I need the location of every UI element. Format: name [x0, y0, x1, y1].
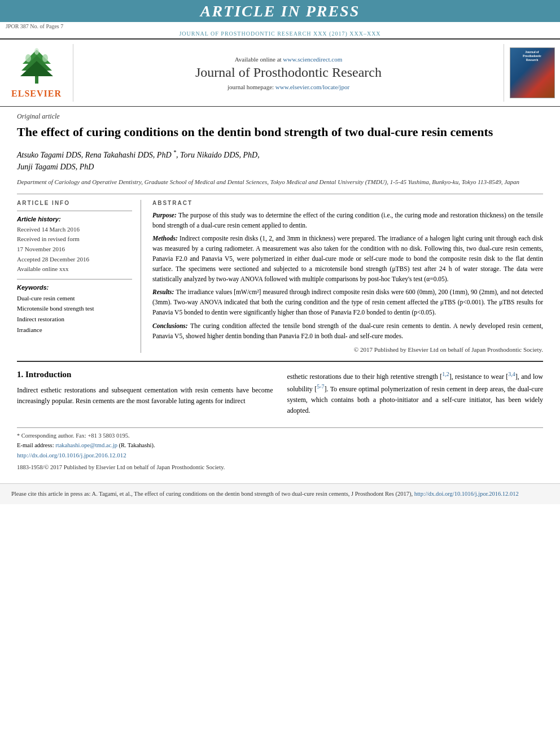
purpose-label: Purpose:: [152, 212, 178, 219]
intro-number: 1.: [17, 370, 23, 379]
abstract-header: ABSTRACT: [152, 200, 543, 206]
intro-right-col: esthetic restorations due to their high …: [287, 370, 544, 417]
keyword-4: Irradiance: [17, 325, 132, 335]
accepted-date: Accepted 28 December 2016: [17, 256, 89, 263]
elsevier-logo-area: ELSEVIER: [0, 44, 73, 102]
abstract-methods: Methods: Indirect composite resin disks …: [152, 234, 543, 284]
journal-cover-thumbnail: Journal ofProsthodonticResearch: [504, 44, 560, 102]
section-divider: [17, 361, 543, 362]
author-email[interactable]: rtakahashi.ope@tmd.ac.jp: [55, 442, 117, 448]
ref-1[interactable]: 1,2: [442, 371, 449, 377]
keyword-2: Microtensile bond strength test: [17, 303, 132, 314]
intro-heading: 1. Introduction: [17, 370, 273, 379]
cover-image: Journal ofProsthodonticResearch: [510, 47, 555, 98]
citation-text: Please cite this article in press as: A.…: [11, 491, 413, 497]
article-title: The effect of curing conditions on the d…: [17, 124, 543, 141]
ref-2[interactable]: 3,4: [508, 371, 515, 377]
keywords-list: Dual-cure resin cement Microtensile bond…: [17, 293, 132, 335]
intro-left-text: Indirect esthetic restorations and subse…: [17, 385, 273, 407]
email-attribution: (R. Takahashi).: [119, 442, 155, 448]
doi-link[interactable]: http://dx.doi.org/10.1016/j.jpor.2016.12…: [17, 452, 126, 458]
corr-symbol: *: [17, 433, 20, 439]
elsevier-tree-icon: [11, 47, 62, 86]
corr-text: Corresponding author. Fax: +81 3 5803 01…: [21, 433, 130, 439]
conclusions-text: The curing condition affected the tensil…: [152, 322, 543, 339]
info-abstract-layout: ARTICLE INFO Article history: Received 1…: [17, 194, 543, 353]
affiliation-text: Department of Cariology and Operative De…: [17, 177, 543, 187]
article-history: Received 14 March 2016 Received in revis…: [17, 225, 132, 274]
available-online-text: Available online at www.sciencedirect.co…: [235, 56, 343, 63]
email-note: E-mail address: rtakahashi.ope@tmd.ac.jp…: [17, 441, 543, 451]
svg-point-4: [25, 54, 31, 62]
abstract-text: Purpose: The purpose of this study was t…: [152, 211, 543, 342]
citation-doi-link[interactable]: http://dx.doi.org/10.1016/j.jpor.2016.12…: [414, 491, 519, 497]
header-center: Available online at www.sciencedirect.co…: [73, 44, 504, 102]
svg-point-5: [42, 54, 48, 62]
journal-header: ELSEVIER Available online at www.science…: [0, 38, 560, 107]
intro-title-text: Introduction: [25, 370, 71, 379]
results-label: Results:: [152, 289, 176, 295]
methods-label: Methods:: [152, 235, 180, 242]
ref-3[interactable]: 5-7: [317, 383, 324, 390]
abstract-results: Results: The irradiance values [mW/cm²] …: [152, 287, 543, 317]
methods-text: Indirect composite resin disks (1, 2, an…: [152, 235, 543, 282]
received-1: Received 14 March 2016: [17, 226, 80, 233]
intro-left-col: 1. Introduction Indirect esthetic restor…: [17, 370, 273, 417]
journal-meta-left: JPOR 387 No. of Pages 7: [6, 23, 63, 29]
left-divider-2: [17, 279, 132, 279]
history-label: Article history:: [17, 216, 132, 222]
article-type-label: Original article: [17, 112, 543, 121]
article-info-column: ARTICLE INFO Article history: Received 1…: [17, 200, 141, 353]
introduction-layout: 1. Introduction Indirect esthetic restor…: [17, 370, 543, 417]
issn-line: 1883-1958/© 2017 Published by Elsevier L…: [17, 463, 543, 473]
intro-right-text: esthetic restorations due to their high …: [287, 370, 544, 417]
available-online: Available online xxx: [17, 265, 68, 272]
results-text: The irradiance values [mW/cm²] measured …: [152, 289, 543, 316]
journal-homepage-text: journal homepage: www.elsevier.com/locat…: [228, 84, 349, 90]
footer-notes: * Corresponding author. Fax: +81 3 5803 …: [17, 427, 543, 472]
svg-point-6: [34, 48, 39, 55]
abstract-conclusions: Conclusions: The curing condition affect…: [152, 321, 543, 342]
keyword-3: Indirect restoration: [17, 314, 132, 325]
journal-subtitle: Journal of Prosthodontic Research xxx (2…: [179, 30, 380, 37]
authors-line: Atsuko Tagami DDS, Rena Takahashi DDS, P…: [17, 148, 543, 173]
journal-homepage-link[interactable]: www.elsevier.com/locate/jpor: [275, 84, 349, 90]
received-2: 17 November 2016: [17, 246, 65, 252]
conclusions-label: Conclusions:: [152, 322, 190, 329]
banner-title: ARTICLE IN PRESS: [200, 2, 360, 20]
purpose-text: The purpose of this study was to determi…: [152, 212, 543, 229]
article-content: Original article The effect of curing co…: [0, 107, 560, 478]
article-in-press-banner: ARTICLE IN PRESS: [0, 0, 560, 22]
abstract-purpose: Purpose: The purpose of this study was t…: [152, 211, 543, 231]
copyright-line: © 2017 Published by Elsevier Ltd on beha…: [152, 346, 543, 353]
doi-line: http://dx.doi.org/10.1016/j.jpor.2016.12…: [17, 451, 543, 461]
citation-bar: Please cite this article in press as: A.…: [0, 483, 560, 504]
keyword-1: Dual-cure resin cement: [17, 293, 132, 304]
svg-rect-0: [35, 75, 38, 84]
email-label: E-mail address:: [17, 442, 54, 448]
left-divider-1: [17, 211, 132, 211]
sciencedirect-link[interactable]: www.sciencedirect.com: [283, 56, 342, 63]
elsevier-brand-text: ELSEVIER: [11, 89, 62, 99]
corresponding-author-note: * Corresponding author. Fax: +81 3 5803 …: [17, 431, 543, 441]
cover-title: Journal ofProsthodonticResearch: [523, 50, 541, 62]
journal-title: Journal of Prosthodontic Research: [195, 65, 382, 80]
article-info-header: ARTICLE INFO: [17, 200, 132, 206]
keywords-label: Keywords:: [17, 284, 132, 291]
abstract-column: ABSTRACT Purpose: The purpose of this st…: [152, 200, 543, 353]
received-revised-label: Received in revised form: [17, 235, 80, 242]
